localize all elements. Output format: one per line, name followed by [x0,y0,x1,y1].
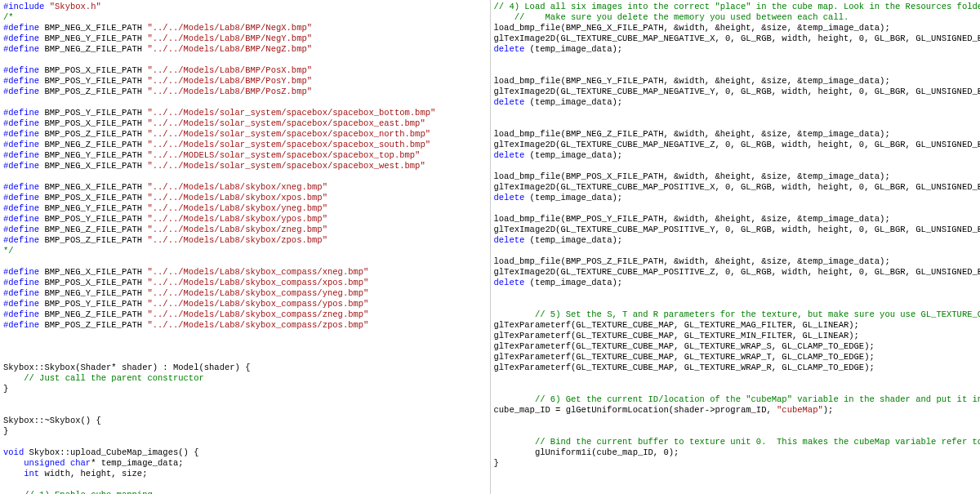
code-line[interactable]: #define BMP_NEG_X_FILE_PATH "../../Model… [3,182,487,193]
code-line[interactable]: // 6) Get the current ID/location of the… [494,394,978,405]
code-line[interactable]: #define BMP_POS_Z_FILE_PATH "../../Model… [3,87,487,97]
code-line[interactable]: load_bmp_file(BMP_NEG_Z_FILE_PATH, &widt… [494,129,978,140]
code-line[interactable]: glTexImage2D(GL_TEXTURE_CUBE_MAP_POSITIV… [494,182,978,193]
code-line[interactable] [494,384,978,394]
code-line[interactable]: delete (temp_image_data); [494,278,978,288]
code-line[interactable] [494,299,978,309]
code-line[interactable]: // Bind the current buffer to texture un… [494,437,978,447]
code-line[interactable]: #define BMP_POS_X_FILE_PATH "../../Model… [3,118,487,129]
code-line[interactable]: */ [3,246,487,256]
code-line[interactable]: #define BMP_NEG_Z_FILE_PATH "../../Model… [3,140,487,150]
code-line[interactable] [494,108,978,118]
code-line[interactable]: glTexImage2D(GL_TEXTURE_CUBE_MAP_NEGATIV… [494,33,978,44]
code-line[interactable]: unsigned char* temp_image_data; [3,458,487,469]
code-line[interactable]: delete (temp_image_data); [494,150,978,161]
code-line[interactable]: delete (temp_image_data); [494,44,978,55]
code-editor-split: #include "Skybox.h"/*#define BMP_NEG_X_F… [0,0,980,494]
code-line[interactable]: Skybox::~Skybox() { [3,416,487,426]
code-line[interactable]: glTexParameterf(GL_TEXTURE_CUBE_MAP, GL_… [494,331,978,341]
code-line[interactable]: // 4) Load all six images into the corre… [494,2,978,12]
code-line[interactable] [3,479,487,490]
code-line[interactable]: #include "Skybox.h" [3,2,487,12]
code-line[interactable]: glTexParameterf(GL_TEXTURE_CUBE_MAP, GL_… [494,320,978,331]
code-line[interactable]: #define BMP_POS_X_FILE_PATH "../../Model… [3,278,487,288]
code-line[interactable] [3,394,487,405]
code-line[interactable]: #define BMP_POS_Y_FILE_PATH "../../Model… [3,108,487,118]
code-line[interactable]: #define BMP_NEG_Y_FILE_PATH "../../MODEL… [3,150,487,161]
code-line[interactable]: #define BMP_POS_X_FILE_PATH "../../Model… [3,193,487,203]
code-line[interactable]: #define BMP_POS_Z_FILE_PATH "../../Model… [3,235,487,246]
code-line[interactable]: #define BMP_NEG_Y_FILE_PATH "../../Model… [3,33,487,44]
code-line[interactable]: #define BMP_POS_Z_FILE_PATH "../../Model… [3,129,487,140]
code-line[interactable]: glTexImage2D(GL_TEXTURE_CUBE_MAP_POSITIV… [494,225,978,235]
code-line[interactable] [3,171,487,182]
code-line[interactable] [3,97,487,108]
code-line[interactable]: /* [3,12,487,23]
code-line[interactable]: #define BMP_NEG_X_FILE_PATH "../../Model… [3,23,487,33]
code-line[interactable] [494,288,978,299]
code-line[interactable]: } [3,426,487,437]
code-line[interactable] [494,246,978,256]
code-line[interactable]: // 1) Enable cube mapping [3,490,487,494]
code-line[interactable]: load_bmp_file(BMP_NEG_X_FILE_PATH, &widt… [494,23,978,33]
code-line[interactable]: #define BMP_NEG_Z_FILE_PATH "../../Model… [3,225,487,235]
code-line[interactable]: load_bmp_file(BMP_NEG_Y_FILE_PATH, &widt… [494,76,978,87]
code-line[interactable] [494,416,978,426]
code-line[interactable]: delete (temp_image_data); [494,193,978,203]
code-line[interactable]: glTexParameterf(GL_TEXTURE_CUBE_MAP, GL_… [494,341,978,352]
code-line[interactable]: #define BMP_NEG_Z_FILE_PATH "../../Model… [3,309,487,320]
code-line[interactable]: cube_map_ID = glGetUniformLocation(shade… [494,405,978,416]
code-line[interactable]: // 5) Set the S, T and R parameters for … [494,309,978,320]
right-editor-pane[interactable]: // 4) Load all six images into the corre… [491,0,981,494]
code-line[interactable] [3,256,487,267]
code-line[interactable] [3,437,487,447]
code-line[interactable] [3,341,487,352]
code-line[interactable] [494,426,978,437]
code-line[interactable]: glTexParameterf(GL_TEXTURE_CUBE_MAP, GL_… [494,363,978,373]
code-line[interactable]: load_bmp_file(BMP_POS_Y_FILE_PATH, &widt… [494,214,978,225]
code-line[interactable] [3,331,487,341]
code-line[interactable]: glTexImage2D(GL_TEXTURE_CUBE_MAP_POSITIV… [494,267,978,278]
code-line[interactable] [494,65,978,76]
code-line[interactable]: } [3,384,487,394]
code-line[interactable]: load_bmp_file(BMP_POS_X_FILE_PATH, &widt… [494,171,978,182]
code-line[interactable]: // Make sure you delete the memory you u… [494,12,978,23]
code-line[interactable] [3,55,487,65]
code-line[interactable]: delete (temp_image_data); [494,97,978,108]
code-line[interactable] [494,203,978,214]
code-line[interactable] [494,161,978,171]
code-line[interactable] [3,405,487,416]
code-line[interactable]: glTexImage2D(GL_TEXTURE_CUBE_MAP_NEGATIV… [494,140,978,150]
code-line[interactable]: glTexParameterf(GL_TEXTURE_CUBE_MAP, GL_… [494,352,978,363]
code-line[interactable]: #define BMP_NEG_Y_FILE_PATH "../../Model… [3,203,487,214]
code-line[interactable]: #define BMP_NEG_Y_FILE_PATH "../../Model… [3,288,487,299]
code-line[interactable]: #define BMP_POS_Z_FILE_PATH "../../Model… [3,320,487,331]
code-line[interactable]: #define BMP_POS_Y_FILE_PATH "../../Model… [3,214,487,225]
code-line[interactable]: #define BMP_NEG_X_FILE_PATH "../../Model… [3,267,487,278]
code-line[interactable]: glUniform1i(cube_map_ID, 0); [494,447,978,458]
code-line[interactable]: Skybox::Skybox(Shader* shader) : Model(s… [3,363,487,373]
code-line[interactable]: #define BMP_POS_Y_FILE_PATH "../../Model… [3,76,487,87]
code-line[interactable] [494,373,978,384]
code-line[interactable]: } [494,458,978,469]
code-line[interactable]: // Just call the parent constructor [3,373,487,384]
left-editor-pane[interactable]: #include "Skybox.h"/*#define BMP_NEG_X_F… [0,0,491,494]
code-line[interactable] [494,118,978,129]
code-line[interactable]: void Skybox::upload_CubeMap_images() { [3,447,487,458]
code-line[interactable]: glTexImage2D(GL_TEXTURE_CUBE_MAP_NEGATIV… [494,87,978,97]
code-line[interactable]: #define BMP_NEG_X_FILE_PATH "../../Model… [3,161,487,171]
code-line[interactable]: #define BMP_POS_Y_FILE_PATH "../../Model… [3,299,487,309]
code-line[interactable] [494,55,978,65]
code-line[interactable]: #define BMP_POS_X_FILE_PATH "../../Model… [3,65,487,76]
code-line[interactable] [3,352,487,363]
code-line[interactable]: #define BMP_NEG_Z_FILE_PATH "../../Model… [3,44,487,55]
code-line[interactable]: int width, height, size; [3,469,487,479]
code-line[interactable]: load_bmp_file(BMP_POS_Z_FILE_PATH, &widt… [494,256,978,267]
code-line[interactable]: delete (temp_image_data); [494,235,978,246]
